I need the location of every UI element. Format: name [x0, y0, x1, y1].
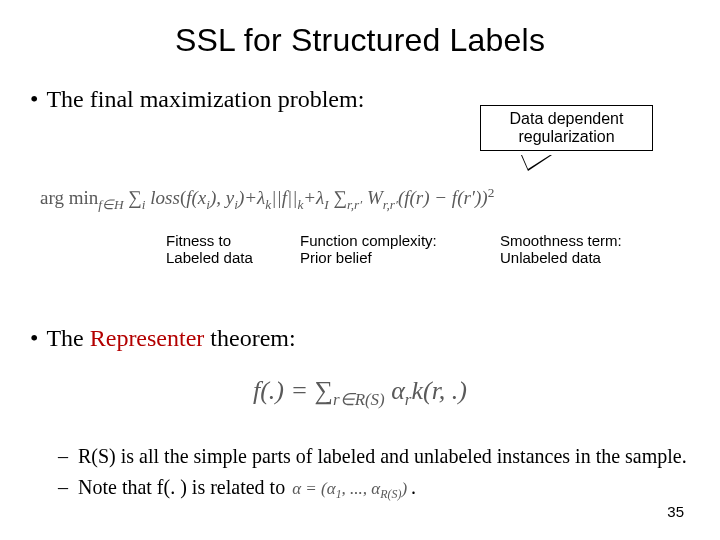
alpha-inline: α = (α1, ..., αR(S)) — [290, 479, 411, 498]
bullet-2-highlight: Representer — [90, 325, 205, 351]
annotation-complexity-l2: Prior belief — [300, 249, 490, 266]
bullet-2-suffix: theorem: — [204, 325, 295, 351]
argmin-sub: f∈H — [98, 197, 123, 212]
repr-sum-sub: r∈R(S) — [333, 390, 385, 409]
sum2-sub: r,r′ — [347, 197, 362, 212]
sum2: ∑ — [329, 187, 347, 208]
annotation-smoothness-l1: Smoothness term: — [500, 232, 670, 249]
slide: SSL for Structured Labels •The final max… — [0, 0, 720, 540]
loss-c: )+λ — [238, 187, 265, 208]
argmin: arg min — [40, 187, 98, 208]
annotation-complexity-l1: Function complexity: — [300, 232, 490, 249]
alpha-c: ) — [401, 479, 407, 498]
formula-main: arg minf∈H ∑i loss(f(xi), yi)+λk||f||k+λ… — [40, 185, 494, 213]
repr-lhs: f(.) = — [253, 376, 315, 405]
bullet-2-prefix: The — [46, 325, 89, 351]
W-sub: r,r′ — [383, 197, 398, 212]
sub-bullets: – R(S) is all the simple parts of labele… — [58, 444, 690, 508]
sum1-sub: i — [142, 197, 146, 212]
annotation-smoothness: Smoothness term: Unlabeled data — [500, 232, 670, 267]
sub2-suffix: . — [411, 476, 416, 498]
sub-bullet-1-text: R(S) is all the simple parts of labeled … — [78, 444, 687, 469]
dash-icon: – — [58, 444, 78, 469]
annotation-fitness-l1: Fitness to — [166, 232, 286, 249]
repr-sum: ∑ — [315, 376, 334, 405]
loss-a: f(x — [186, 187, 206, 208]
repr-b: k(r, .) — [411, 376, 467, 405]
sub-bullet-2-content: Note that f(. ) is related to α = (α1, .… — [78, 475, 416, 502]
annotation-complexity: Function complexity: Prior belief — [300, 232, 490, 267]
alpha-s2: R(S) — [380, 487, 401, 501]
sum1: ∑ — [128, 187, 142, 208]
plus-lambdaI: +λ — [303, 187, 324, 208]
W: W — [362, 187, 383, 208]
alpha-a: α = (α — [292, 479, 335, 498]
bullet-2: •The Representer theorem: — [30, 325, 296, 352]
loss: loss — [150, 187, 180, 208]
sub-bullet-1: – R(S) is all the simple parts of labele… — [58, 444, 690, 469]
sub2-prefix: Note that f(. ) is related to — [78, 476, 290, 498]
bullet-1: •The final maximization problem: — [30, 86, 364, 113]
sub-bullet-2: – Note that f(. ) is related to α = (α1,… — [58, 475, 690, 502]
diff: (f(r) − f(r′)) — [398, 187, 488, 208]
bullet-marker: • — [30, 86, 46, 112]
sq: 2 — [488, 185, 495, 200]
norm: ||f|| — [271, 187, 297, 208]
slide-title: SSL for Structured Labels — [0, 22, 720, 59]
dash-icon: – — [58, 475, 78, 502]
callout-tail — [522, 155, 550, 169]
formula-representer: f(.) = ∑r∈R(S) αrk(r, .) — [0, 376, 720, 410]
repr-a: α — [385, 376, 405, 405]
bullet-1-text: The final maximization problem: — [46, 86, 364, 112]
callout-box: Data dependent regularization — [480, 105, 653, 151]
page-number: 35 — [667, 503, 684, 520]
callout-line2: regularization — [481, 128, 652, 146]
annotation-smoothness-l2: Unlabeled data — [500, 249, 670, 266]
annotation-fitness: Fitness to Labeled data — [166, 232, 286, 267]
bullet-marker-2: • — [30, 325, 46, 351]
alpha-b: , ..., α — [342, 479, 381, 498]
loss-b: ), y — [210, 187, 234, 208]
annotation-fitness-l2: Labeled data — [166, 249, 286, 266]
callout-line1: Data dependent — [481, 110, 652, 128]
